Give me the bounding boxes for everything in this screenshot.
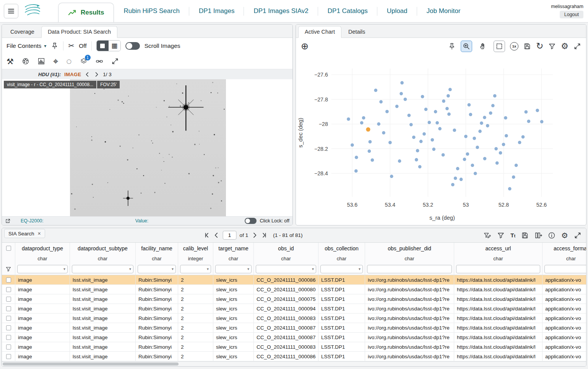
column-header-facility_name[interactable]: facility_name (136, 243, 178, 254)
scatter-point[interactable] (473, 137, 476, 140)
scatter-point[interactable] (388, 141, 392, 144)
scatter-point[interactable] (463, 158, 466, 161)
filter-select-obs_collection[interactable]: ▾ (320, 265, 363, 273)
scatter-point[interactable] (360, 121, 364, 124)
save-chart-icon[interactable] (523, 42, 531, 50)
scatter-point[interactable] (369, 140, 372, 144)
table-row[interactable]: imagelsst.visit_imageRubin:Simonyi2slew_… (2, 275, 586, 285)
pin-icon[interactable] (51, 42, 58, 50)
click-lock-toggle[interactable] (245, 218, 257, 224)
row-checkbox[interactable] (6, 306, 11, 311)
filter-select-obs_id[interactable]: ▾ (256, 265, 316, 273)
file-contents-dropdown[interactable]: File Contents ▾ (6, 42, 46, 49)
filter-select-dataproduct_type[interactable]: ▾ (17, 265, 68, 273)
scatter-point[interactable] (419, 140, 423, 143)
scatter-point[interactable] (508, 187, 512, 191)
scatter-point[interactable] (434, 110, 437, 113)
scatter-point[interactable] (400, 81, 404, 85)
row-checkbox[interactable] (6, 354, 11, 359)
table-row[interactable]: imagelsst.visit_imageRubin:Simonyi2slew_… (2, 294, 586, 304)
scatter-point[interactable] (483, 116, 486, 119)
scatter-point[interactable] (453, 129, 456, 132)
scatter-point[interactable] (424, 108, 428, 111)
wcs-link-icon[interactable] (96, 57, 103, 65)
filter-chart-icon[interactable] (548, 42, 556, 50)
scatter-point[interactable] (377, 122, 380, 126)
next-hdu-button[interactable] (94, 72, 99, 77)
scatter-point[interactable] (368, 150, 371, 153)
scatter-point[interactable] (527, 120, 530, 123)
scatter-point[interactable] (421, 95, 424, 98)
scatter-point[interactable] (469, 113, 472, 116)
tab-job-monitor[interactable]: Job Monitor (417, 0, 470, 22)
scatter-point[interactable] (362, 116, 365, 120)
select-all-checkbox[interactable] (6, 246, 11, 251)
grid-view-button[interactable]: ▦ (109, 41, 120, 51)
row-checkbox[interactable] (6, 278, 11, 282)
table-row[interactable]: imagelsst.visit_imageRubin:Simonyi2slew_… (2, 342, 586, 352)
chart-settings-gear-icon[interactable]: ⚙ (561, 42, 569, 51)
sia-search-tab[interactable]: SIA Search × (4, 229, 45, 238)
scatter-point[interactable] (400, 92, 403, 95)
scatter-point[interactable] (412, 136, 416, 139)
scatter-point[interactable] (415, 158, 418, 162)
scatter-point[interactable] (494, 147, 498, 150)
scatter-point[interactable] (445, 107, 449, 110)
scatter-point[interactable] (491, 104, 495, 108)
scatter-point[interactable] (374, 89, 377, 92)
table-row[interactable]: imagelsst.visit_imageRubin:Simonyi2slew_… (2, 323, 586, 333)
scatter-point[interactable] (540, 120, 544, 123)
table-row[interactable]: imagelsst.visit_imageRubin:Simonyi2slew_… (2, 333, 586, 342)
scatter-point[interactable] (407, 114, 411, 117)
column-header-target_name[interactable]: target_name (213, 243, 254, 254)
scatter-point[interactable] (499, 151, 502, 155)
column-header-dataproduct_type[interactable]: dataproduct_type (15, 243, 70, 254)
filter-select-dataproduct_subtype[interactable]: ▾ (72, 265, 133, 273)
tab-coverage[interactable]: Coverage (4, 26, 41, 38)
scatter-point[interactable] (382, 131, 385, 134)
scatter-point[interactable] (454, 176, 457, 180)
tab-details[interactable]: Details (342, 26, 371, 38)
stretch-histogram-icon[interactable] (37, 57, 45, 65)
select-region-icon[interactable]: ◌ (66, 57, 71, 66)
horizontal-scrollbar-thumb[interactable] (3, 362, 179, 366)
scatter-point[interactable] (379, 100, 383, 104)
scatter-point[interactable] (466, 152, 469, 156)
scatter-point[interactable] (447, 113, 451, 116)
scatter-point[interactable] (451, 183, 455, 186)
expand-table-icon[interactable] (574, 232, 582, 239)
filter-select-target_name[interactable]: ▾ (215, 265, 252, 273)
fits-image-viewer[interactable]: visit_image - r - CC_O_20241111_00008...… (2, 79, 292, 216)
scatter-point[interactable] (366, 127, 370, 132)
scatter-point[interactable] (395, 104, 399, 108)
filter-input-obs_publisher_did[interactable] (367, 265, 452, 273)
row-checkbox[interactable] (6, 297, 11, 302)
scatter-point[interactable] (385, 110, 389, 113)
scatter-point[interactable] (347, 118, 350, 121)
filter-input-access_url[interactable] (456, 265, 540, 273)
scatter-point[interactable] (504, 116, 507, 120)
scatter-point[interactable] (464, 135, 468, 138)
scatter-point[interactable] (427, 121, 431, 124)
logout-button[interactable]: Logout (560, 11, 583, 18)
table-row[interactable]: imagelsst.visit_imageRubin:Simonyi2slew_… (2, 352, 586, 361)
table-row[interactable]: imagelsst.visit_imageRubin:Simonyi2slew_… (2, 313, 586, 323)
column-header-access_format[interactable]: access_format (543, 243, 586, 254)
scatter-point[interactable] (438, 127, 442, 131)
scatter-point[interactable] (518, 141, 521, 144)
menu-button[interactable] (4, 4, 18, 18)
tab-rubin-hips-search[interactable]: Rubin HiPS Search (114, 0, 189, 22)
column-header-obs_collection[interactable]: obs_collection (318, 243, 365, 254)
scatter-point[interactable] (460, 178, 463, 181)
scatter-point[interactable] (404, 98, 407, 101)
image-tools-icon[interactable]: ⚒ (6, 57, 14, 65)
zoom-tool-button[interactable] (461, 41, 472, 52)
single-image-view-button[interactable] (97, 41, 109, 51)
row-checkbox[interactable] (6, 316, 11, 321)
scatter-point[interactable] (468, 103, 471, 107)
text-view-icon[interactable]: Tt (510, 232, 515, 238)
scatter-point[interactable] (476, 146, 479, 149)
tab-active-chart[interactable]: Active Chart (298, 26, 341, 38)
scatter-point[interactable] (486, 124, 489, 127)
next-page-button[interactable] (251, 232, 258, 238)
